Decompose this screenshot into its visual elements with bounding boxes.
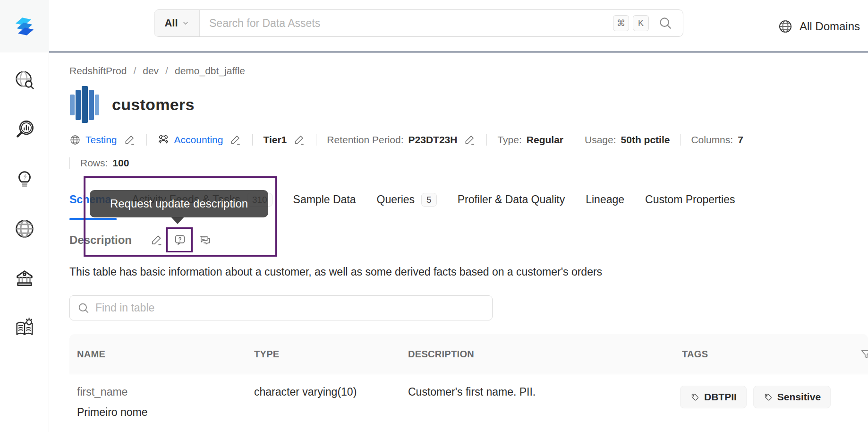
columns-label: Columns: [691, 134, 733, 146]
app-logo[interactable] [0, 0, 49, 52]
tab-queries[interactable]: Queries 5 [377, 193, 437, 207]
column-header-type: TYPE [247, 349, 400, 360]
comments-icon[interactable] [198, 233, 212, 247]
cell-tags: DBTPII Sensitive [674, 386, 868, 419]
divider [680, 134, 681, 146]
breadcrumb: RedshiftProd / dev / demo_dbt_jaffle [69, 65, 245, 77]
top-navigation-bar: All ⌘ K All Domains [49, 0, 868, 52]
retention-label: Retention Period: [327, 134, 403, 146]
edit-retention-icon[interactable] [464, 134, 476, 146]
insights-lightbulb-icon [14, 168, 35, 190]
search-scope-label: All [164, 17, 178, 29]
globe-icon [778, 19, 793, 34]
domains-globe-icon [14, 218, 35, 240]
description-header-row: Description [69, 233, 212, 247]
tab-lineage[interactable]: Lineage [586, 193, 624, 206]
global-search-input[interactable] [200, 17, 613, 30]
type-value: Regular [527, 134, 563, 146]
rows-value: 100 [112, 157, 129, 169]
usage-value: 50th pctile [621, 134, 670, 146]
edit-tier-icon[interactable] [293, 134, 306, 146]
tag-chip[interactable]: Sensitive [753, 386, 831, 408]
domain-link[interactable]: Testing [85, 134, 117, 146]
tag-icon [690, 392, 699, 402]
request-description-icon[interactable] [173, 233, 187, 247]
divider [574, 134, 574, 146]
tab-sample-data[interactable]: Sample Data [293, 193, 356, 206]
divider [252, 134, 253, 146]
column-name[interactable]: first_name [77, 386, 247, 398]
tier-chip[interactable]: Tier1 [263, 134, 306, 146]
sidebar-item-observability[interactable] [13, 118, 36, 141]
find-in-table-input[interactable] [95, 302, 485, 314]
entity-title-row: customers [69, 86, 195, 123]
team-icon [157, 134, 170, 146]
cell-name: first_name Primeiro nome [69, 386, 247, 419]
filter-icon[interactable] [859, 348, 868, 361]
retention-value: P23DT23H [408, 134, 458, 146]
edit-owner-icon[interactable] [230, 134, 242, 146]
breadcrumb-schema[interactable]: demo_dbt_jaffle [175, 65, 245, 77]
type-label: Type: [497, 134, 521, 146]
domain-chip[interactable]: Testing [69, 134, 136, 146]
tab-label: Sample Data [293, 193, 356, 206]
tab-label: Lineage [586, 193, 624, 206]
globe-icon [69, 134, 81, 146]
cmd-key-badge: ⌘ [613, 15, 629, 31]
global-search-bar: All ⌘ K [154, 9, 683, 37]
divider [146, 134, 147, 146]
search-icon[interactable] [658, 16, 672, 30]
tooltip: Request update description [90, 190, 268, 217]
usage-chip: Usage: 50th pctile [585, 134, 670, 146]
k-key-badge: K [633, 15, 649, 31]
column-header-tags: TAGS [674, 349, 868, 360]
breadcrumb-database[interactable]: dev [143, 65, 159, 77]
usage-label: Usage: [585, 134, 616, 146]
table-row[interactable]: first_name Primeiro nome character varyi… [69, 374, 868, 419]
rows-chip: Rows: 100 [80, 157, 129, 169]
column-header-description: DESCRIPTION [400, 349, 674, 360]
schema-table: NAME TYPE DESCRIPTION TAGS first_name Pr… [69, 334, 868, 419]
entity-meta-row-2: Rows: 100 [69, 157, 129, 169]
divider [316, 134, 316, 146]
owner-link[interactable]: Accounting [174, 134, 223, 146]
glossary-book-icon [14, 317, 35, 339]
schema-table-header: NAME TYPE DESCRIPTION TAGS [69, 334, 868, 374]
edit-description-icon[interactable] [150, 233, 163, 247]
search-scope-dropdown[interactable]: All [154, 10, 200, 36]
page-title: customers [112, 95, 195, 114]
cell-type: character varying(10) [247, 386, 400, 419]
tag-chip[interactable]: DBTPII [680, 386, 747, 408]
type-chip: Type: Regular [497, 134, 563, 146]
divider [486, 134, 487, 146]
tab-profiler[interactable]: Profiler & Data Quality [458, 193, 565, 206]
owner-chip[interactable]: Accounting [157, 134, 242, 146]
breadcrumb-separator: / [165, 65, 168, 77]
tab-label: Queries [377, 193, 415, 206]
breadcrumb-separator: / [133, 65, 136, 77]
govern-bank-icon [14, 268, 35, 289]
tooltip-text: Request update description [110, 197, 248, 210]
divider [69, 157, 70, 169]
sidebar-item-explore[interactable] [13, 69, 36, 91]
retention-chip: Retention Period: P23DT23H [327, 134, 476, 146]
sidebar-item-glossary[interactable] [13, 317, 36, 339]
tier-value: Tier1 [263, 134, 287, 146]
sidebar-item-govern[interactable] [13, 267, 36, 290]
tag-label: DBTPII [704, 391, 737, 403]
sidebar-item-domains[interactable] [13, 217, 36, 240]
chevron-down-icon [182, 19, 189, 27]
logo-icon [11, 13, 38, 40]
column-header-name: NAME [69, 349, 247, 360]
tag-icon [763, 392, 773, 402]
domains-selector[interactable]: All Domains [778, 0, 860, 52]
search-icon [77, 302, 90, 314]
cell-description: Customer's first name. PII. [400, 386, 674, 419]
column-display-name: Primeiro nome [77, 406, 247, 419]
edit-domain-icon[interactable] [124, 134, 136, 146]
breadcrumb-service[interactable]: RedshiftProd [69, 65, 127, 77]
explore-search-globe-icon [14, 69, 35, 91]
description-heading: Description [69, 233, 150, 247]
tab-custom-properties[interactable]: Custom Properties [645, 193, 735, 206]
sidebar-item-insights[interactable] [13, 168, 36, 190]
